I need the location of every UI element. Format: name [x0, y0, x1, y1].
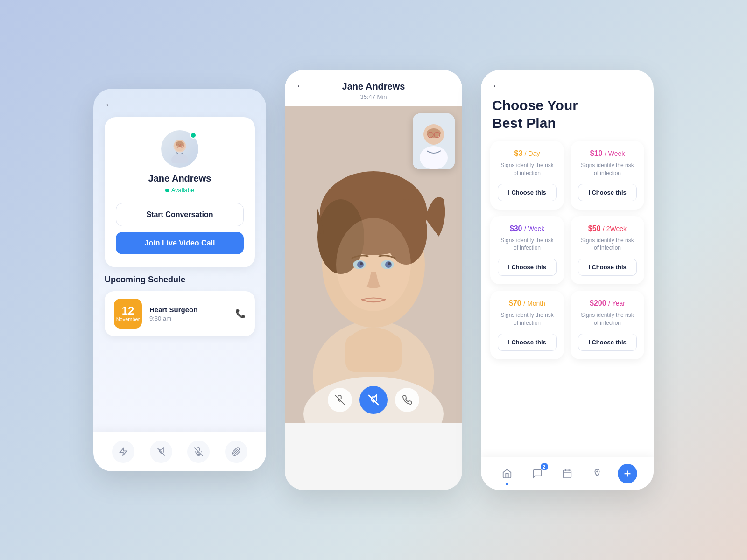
plan-price-week-30: $30 / Week: [498, 224, 557, 233]
video-off-icon-button[interactable]: [150, 441, 172, 463]
plan-card-week-30: $30 / Week Signs identify the risk of in…: [490, 216, 564, 285]
start-conversation-button[interactable]: Start Conversation: [116, 203, 244, 226]
bottom-toolbar-p1: [93, 432, 266, 471]
local-video-feed: [413, 113, 455, 169]
mute-icon-button[interactable]: [187, 441, 210, 463]
schedule-time: 9:30 am: [149, 315, 228, 322]
plan-price-day: $3 / Day: [498, 149, 557, 158]
local-video-image: [413, 113, 455, 169]
plan-card-week-10: $10 / Week Signs identify the risk of in…: [571, 141, 644, 210]
mute-icon: [194, 447, 203, 456]
attachment-icon-button[interactable]: [225, 441, 247, 463]
date-month: November: [116, 316, 140, 322]
svg-point-39: [597, 471, 599, 473]
plan-price-week-10: $10 / Week: [578, 149, 637, 158]
video-call-header: ← Jane Andrews 35:47 Min: [285, 70, 462, 106]
call-duration: 35:47 Min: [296, 93, 451, 100]
back-button-p3[interactable]: ←: [481, 70, 654, 97]
home-icon: [502, 469, 512, 479]
plan-desc-week-10: Signs identify the risk of infection: [578, 161, 637, 177]
health-icon: [592, 469, 602, 479]
flash-icon-button[interactable]: [112, 441, 134, 463]
video-off-icon-ctrl: [367, 394, 380, 406]
plans-grid: $3 / Day Signs identify the risk of infe…: [481, 141, 654, 359]
nav-health-button[interactable]: [587, 464, 607, 483]
date-badge: 12 November: [114, 299, 142, 329]
choose-plan-year-button[interactable]: I Choose this: [578, 334, 637, 351]
toggle-video-button[interactable]: [359, 386, 388, 414]
call-controls: [285, 386, 462, 414]
flash-icon: [119, 447, 128, 456]
availability-status: Availabe: [116, 187, 244, 194]
svg-rect-24: [345, 335, 402, 372]
schedule-card: 12 November Heart Surgeon 9:30 am 📞: [105, 291, 255, 336]
choose-plan-month-button[interactable]: I Choose this: [498, 334, 557, 351]
plan-desc-year: Signs identify the risk of infection: [578, 311, 637, 327]
nav-chat-button[interactable]: 2: [528, 464, 547, 483]
doctor-name: Jane Andrews: [116, 173, 244, 184]
join-video-call-button[interactable]: Join Live Video Call: [116, 232, 244, 254]
plan-price-year: $200 / Year: [578, 299, 637, 308]
nav-home-active-dot: [506, 483, 508, 485]
plan-card-month: $70 / Month Signs identify the risk of i…: [490, 291, 564, 359]
svg-point-1: [171, 154, 188, 163]
calendar-icon: [562, 469, 572, 479]
plan-desc-week-30: Signs identify the risk of infection: [498, 237, 557, 252]
plan-card-day: $3 / Day Signs identify the risk of infe…: [490, 141, 564, 210]
choose-plan-day-button[interactable]: I Choose this: [498, 184, 557, 201]
end-call-icon: [402, 395, 412, 405]
schedule-doctor-name: Heart Surgeon: [149, 306, 228, 314]
back-button-p2[interactable]: ←: [296, 81, 304, 91]
svg-point-33: [420, 146, 448, 169]
attachment-icon: [232, 447, 241, 456]
upcoming-schedule-section: Upcoming Schedule 12 November Heart Surg…: [105, 275, 255, 336]
plan-card-year: $200 / Year Signs identify the risk of i…: [571, 291, 644, 359]
avatar-wrapper: [161, 130, 198, 168]
svg-line-34: [335, 395, 345, 405]
nav-home-button[interactable]: [497, 464, 517, 483]
plan-price-month: $70 / Month: [498, 299, 557, 308]
nav-add-button[interactable]: [618, 464, 637, 483]
call-icon[interactable]: 📞: [235, 308, 246, 319]
video-area: [285, 106, 462, 423]
phone-video-call: ← Jane Andrews 35:47 Min: [285, 70, 462, 490]
video-off-icon: [156, 447, 166, 456]
phone-profile: ← Jane Andrews: [93, 89, 266, 471]
call-contact-name: Jane Andrews: [296, 81, 451, 92]
choose-plan-week10-button[interactable]: I Choose this: [578, 184, 637, 201]
choose-plan-week30-button[interactable]: I Choose this: [498, 259, 557, 276]
add-icon: [622, 469, 633, 479]
end-call-button[interactable]: [395, 388, 419, 412]
date-day: 12: [122, 305, 134, 316]
mic-off-icon: [335, 395, 345, 405]
plan-desc-2week: Signs identify the risk of infection: [578, 237, 637, 252]
doctor-avatar-image: [166, 135, 194, 163]
plan-desc-day: Signs identify the risk of infection: [498, 161, 557, 177]
phone-plans: ← Choose YourBest Plan $3 / Day Signs id…: [481, 70, 654, 490]
svg-rect-35: [564, 470, 571, 478]
schedule-info: Heart Surgeon 9:30 am: [149, 306, 228, 322]
back-button-p1[interactable]: ←: [93, 89, 266, 110]
bottom-nav-p3: 2: [481, 457, 654, 490]
svg-point-26: [336, 218, 411, 311]
plans-page-title: Choose YourBest Plan: [481, 97, 654, 132]
mute-button[interactable]: [328, 388, 352, 412]
plan-card-2week: $50 / 2Week Signs identify the risk of i…: [571, 216, 644, 285]
svg-marker-7: [120, 448, 127, 456]
choose-plan-2week-button[interactable]: I Choose this: [578, 259, 637, 276]
main-video-feed: [285, 106, 462, 423]
status-dot: [165, 189, 169, 192]
plan-price-2week: $50 / 2Week: [578, 224, 637, 233]
schedule-title: Upcoming Schedule: [105, 275, 255, 285]
chat-icon: [532, 469, 543, 479]
nav-calendar-button[interactable]: [557, 464, 577, 483]
online-status-dot: [190, 132, 197, 139]
chat-badge: 2: [541, 463, 548, 470]
profile-card: Jane Andrews Availabe Start Conversation…: [105, 117, 255, 267]
plan-desc-month: Signs identify the risk of infection: [498, 311, 557, 327]
